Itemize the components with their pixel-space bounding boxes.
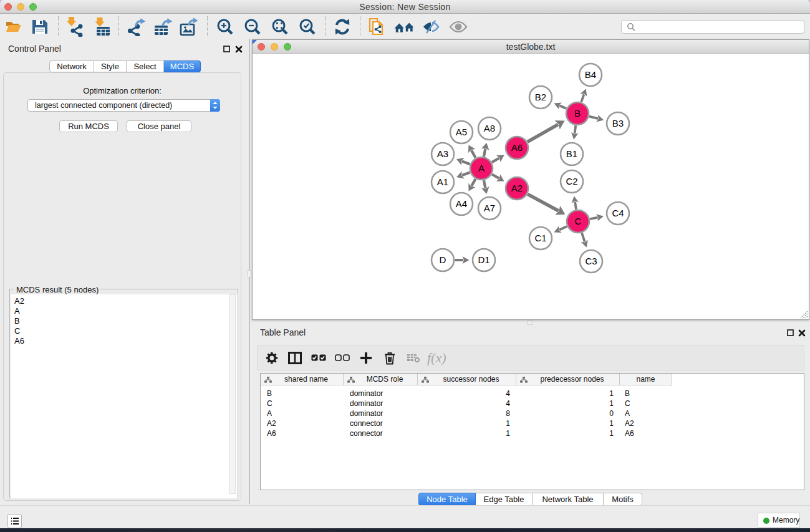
svg-text:D1: D1 <box>478 254 489 265</box>
svg-text:C: C <box>575 216 582 226</box>
svg-text:A8: A8 <box>484 123 495 133</box>
svg-text:A2: A2 <box>511 183 523 193</box>
svg-text:C3: C3 <box>585 256 597 266</box>
svg-text:A: A <box>478 163 485 173</box>
svg-text:A3: A3 <box>437 148 448 159</box>
svg-text:D: D <box>440 254 446 265</box>
svg-text:C4: C4 <box>612 208 624 218</box>
svg-text:A6: A6 <box>511 142 523 153</box>
svg-text:C2: C2 <box>566 176 577 186</box>
svg-text:A1: A1 <box>437 177 448 187</box>
svg-text:B2: B2 <box>535 92 546 102</box>
svg-text:B1: B1 <box>566 148 577 159</box>
svg-text:B3: B3 <box>612 118 624 128</box>
svg-text:A5: A5 <box>456 127 467 137</box>
svg-text:B4: B4 <box>585 69 596 80</box>
svg-text:A7: A7 <box>484 203 495 213</box>
svg-text:B: B <box>574 108 581 118</box>
svg-text:A4: A4 <box>456 198 467 209</box>
svg-text:C1: C1 <box>534 233 546 243</box>
